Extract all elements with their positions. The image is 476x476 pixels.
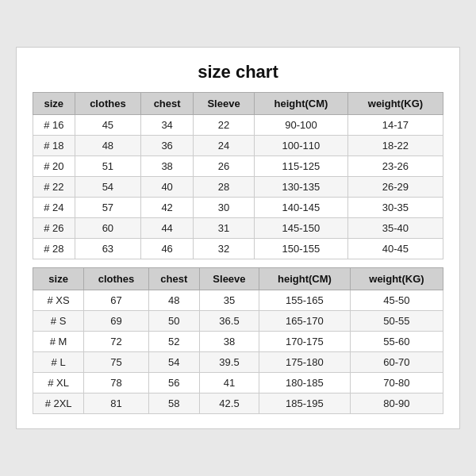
- table-cell: 140-145: [255, 198, 348, 218]
- col-chest-1: chest: [141, 93, 194, 115]
- table-cell: 78: [84, 373, 148, 393]
- table-row: # 1645342290-10014-17: [33, 115, 443, 136]
- size-chart-card: size chart size clothes chest Sleeve hei…: [16, 47, 460, 429]
- table-cell: 34: [141, 115, 194, 136]
- table-cell: 51: [75, 156, 141, 177]
- table-cell: 14-17: [347, 115, 443, 136]
- col-weight-1: weight(KG): [347, 93, 443, 115]
- table-cell: # 24: [33, 198, 75, 218]
- table-cell: # 22: [33, 177, 75, 198]
- table-cell: 35-40: [347, 218, 443, 239]
- table-cell: 72: [84, 332, 148, 352]
- table-cell: 54: [75, 177, 141, 198]
- table-cell: 22: [194, 115, 255, 136]
- col-clothes-2: clothes: [84, 268, 148, 290]
- table-cell: 41: [199, 373, 259, 393]
- table-cell: 40-45: [347, 239, 443, 259]
- col-height-2: height(CM): [259, 268, 350, 290]
- table-cell: 69: [84, 311, 148, 332]
- table-cell: # S: [33, 311, 84, 332]
- chart-title: size chart: [33, 62, 443, 83]
- table-row: # M725238170-17555-60: [33, 332, 443, 352]
- table-row: # L755439.5175-18060-70: [33, 352, 443, 373]
- table-cell: # 16: [33, 115, 75, 136]
- table-row: # XL785641180-18570-80: [33, 373, 443, 393]
- table-cell: # L: [33, 352, 84, 373]
- table-cell: 36: [141, 136, 194, 156]
- col-chest-2: chest: [148, 268, 199, 290]
- col-weight-2: weight(KG): [350, 268, 443, 290]
- table-cell: 175-180: [259, 352, 350, 373]
- col-sleeve-2: Sleeve: [199, 268, 259, 290]
- table-cell: 75: [84, 352, 148, 373]
- table-cell: 30: [194, 198, 255, 218]
- table-cell: 100-110: [255, 136, 348, 156]
- table-cell: # 28: [33, 239, 75, 259]
- table-cell: 60: [75, 218, 141, 239]
- table-cell: 36.5: [199, 311, 259, 332]
- table-row: # XS674835155-16545-50: [33, 290, 443, 311]
- table-cell: # 26: [33, 218, 75, 239]
- section-divider: [33, 259, 443, 267]
- table-cell: 170-175: [259, 332, 350, 352]
- table-cell: 56: [148, 373, 199, 393]
- table-cell: 45: [75, 115, 141, 136]
- table-cell: 38: [141, 156, 194, 177]
- table-cell: 42.5: [199, 393, 259, 414]
- table-cell: 81: [84, 393, 148, 414]
- table-cell: 38: [199, 332, 259, 352]
- table-row: # 24574230140-14530-35: [33, 198, 443, 218]
- table-cell: 67: [84, 290, 148, 311]
- table-row: # 2XL815842.5185-19580-90: [33, 393, 443, 414]
- table2-header: size clothes chest Sleeve height(CM) wei…: [33, 268, 443, 290]
- table-row: # S695036.5165-17050-55: [33, 311, 443, 332]
- table-cell: 48: [148, 290, 199, 311]
- table-cell: 18-22: [347, 136, 443, 156]
- col-clothes-1: clothes: [75, 93, 141, 115]
- table1-header: size clothes chest Sleeve height(CM) wei…: [33, 93, 443, 115]
- table-cell: 60-70: [350, 352, 443, 373]
- table-cell: 180-185: [259, 373, 350, 393]
- table-row: # 18483624100-11018-22: [33, 136, 443, 156]
- table-cell: 80-90: [350, 393, 443, 414]
- table-cell: 50-55: [350, 311, 443, 332]
- table-cell: 45-50: [350, 290, 443, 311]
- table-cell: 26: [194, 156, 255, 177]
- table-cell: 26-29: [347, 177, 443, 198]
- table-cell: 90-100: [255, 115, 348, 136]
- table-cell: 50: [148, 311, 199, 332]
- table-cell: 57: [75, 198, 141, 218]
- table-cell: # M: [33, 332, 84, 352]
- table-row: # 26604431145-15035-40: [33, 218, 443, 239]
- table-cell: 63: [75, 239, 141, 259]
- table-cell: 150-155: [255, 239, 348, 259]
- table-cell: 145-150: [255, 218, 348, 239]
- table-cell: 30-35: [347, 198, 443, 218]
- table-cell: 55-60: [350, 332, 443, 352]
- table-cell: 48: [75, 136, 141, 156]
- table-cell: 155-165: [259, 290, 350, 311]
- table-cell: 28: [194, 177, 255, 198]
- size-table-1: size clothes chest Sleeve height(CM) wei…: [33, 92, 443, 259]
- table-cell: 115-125: [255, 156, 348, 177]
- table-cell: 52: [148, 332, 199, 352]
- table2-body: # XS674835155-16545-50# S695036.5165-170…: [33, 290, 443, 414]
- table-cell: 70-80: [350, 373, 443, 393]
- table-cell: 185-195: [259, 393, 350, 414]
- table-cell: 23-26: [347, 156, 443, 177]
- col-size-2: size: [33, 268, 84, 290]
- table-cell: 42: [141, 198, 194, 218]
- table1-body: # 1645342290-10014-17# 18483624100-11018…: [33, 115, 443, 259]
- col-size-1: size: [33, 93, 75, 115]
- table-row: # 28634632150-15540-45: [33, 239, 443, 259]
- table-row: # 20513826115-12523-26: [33, 156, 443, 177]
- size-table-2: size clothes chest Sleeve height(CM) wei…: [33, 267, 443, 414]
- table-cell: 46: [141, 239, 194, 259]
- table-cell: 165-170: [259, 311, 350, 332]
- table-cell: 32: [194, 239, 255, 259]
- col-height-1: height(CM): [255, 93, 348, 115]
- table-cell: 54: [148, 352, 199, 373]
- table-cell: 35: [199, 290, 259, 311]
- table-cell: # 18: [33, 136, 75, 156]
- table-cell: # XL: [33, 373, 84, 393]
